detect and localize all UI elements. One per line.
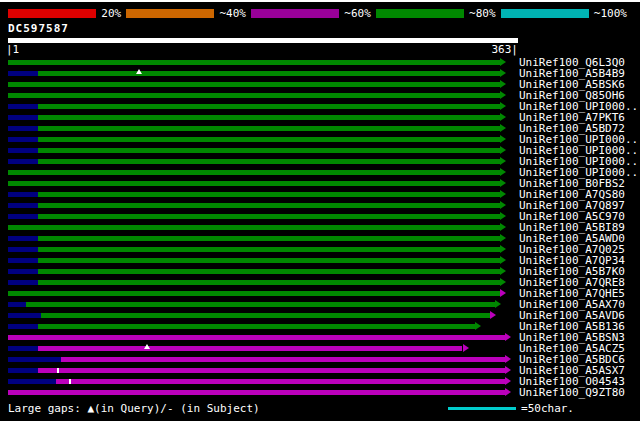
- alignment-segment-navy: [8, 313, 41, 318]
- alignment-segment-navy: [8, 247, 38, 252]
- alignment-segment-navy: [8, 126, 38, 131]
- alignment-segment-green: [38, 203, 501, 208]
- alignment-bar[interactable]: [8, 376, 513, 387]
- gap-tick: [69, 379, 71, 384]
- alignment-segment-green: [38, 214, 501, 219]
- alignment-bar[interactable]: [8, 354, 513, 365]
- alignment-bar[interactable]: [8, 288, 513, 299]
- alignment-bar[interactable]: [8, 277, 513, 288]
- alignment-segment-magenta: [8, 335, 505, 340]
- alignment-segment-navy: [8, 104, 38, 109]
- alignment-bar[interactable]: [8, 255, 513, 266]
- alignment-arrowhead: [500, 168, 506, 176]
- alignment-bar[interactable]: [8, 134, 513, 145]
- alignment-segment-magenta: [38, 368, 506, 373]
- alignment-arrowhead: [500, 58, 506, 66]
- scale-label: ~60%: [339, 8, 376, 19]
- alignment-segment-green: [38, 104, 501, 109]
- alignment-bar[interactable]: [8, 233, 513, 244]
- gap-tick: [57, 368, 59, 373]
- scale-label: ~80%: [464, 8, 501, 19]
- alignment-segment-navy: [8, 280, 38, 285]
- alignment-segment-green: [38, 126, 501, 131]
- alignment-bar[interactable]: [8, 156, 513, 167]
- alignment-bar[interactable]: [8, 68, 513, 79]
- alignment-segment-navy: [8, 346, 38, 351]
- alignment-arrowhead: [505, 366, 511, 374]
- alignment-segment-green: [38, 71, 501, 76]
- large-gaps-legend: Large gaps: ▲(in Query)/- (in Subject): [8, 402, 260, 415]
- fifty-char-scale-label: =50char.: [521, 402, 574, 415]
- alignment-bar[interactable]: [8, 211, 513, 222]
- alignment-arrowhead: [500, 124, 506, 132]
- alignment-segment-navy: [8, 203, 38, 208]
- alignment-bar[interactable]: [8, 145, 513, 156]
- alignment-bar[interactable]: [8, 299, 513, 310]
- hit-label[interactable]: UniRef100_Q9ZT80: [519, 387, 625, 398]
- alignment-segment-green: [8, 225, 500, 230]
- alignment-segment-green: [26, 302, 496, 307]
- alignment-segment-navy: [8, 214, 38, 219]
- scale-label: 20%: [96, 8, 126, 19]
- alignment-segment-green: [38, 258, 501, 263]
- alignment-bar[interactable]: [8, 343, 513, 354]
- alignment-segment-green: [38, 324, 475, 329]
- alignment-segment-green: [38, 269, 501, 274]
- alignment-arrowhead: [505, 333, 511, 341]
- alignment-arrowhead: [500, 212, 506, 220]
- alignment-segment-green: [38, 148, 501, 153]
- alignment-arrowhead: [500, 135, 506, 143]
- alignment-segment-green: [8, 181, 500, 186]
- alignment-segment-navy: [8, 357, 61, 362]
- alignment-bar[interactable]: [8, 332, 513, 343]
- alignment-arrowhead: [500, 157, 506, 165]
- alignment-bar[interactable]: [8, 222, 513, 233]
- alignment-bar[interactable]: [8, 321, 513, 332]
- alignment-arrowhead: [505, 377, 511, 385]
- alignment-segment-navy: [8, 236, 38, 241]
- alignment-arrowhead: [490, 311, 496, 319]
- fifty-char-scale-line: [448, 407, 516, 410]
- alignment-arrowhead: [500, 245, 506, 253]
- alignment-bar[interactable]: [8, 90, 513, 101]
- alignment-segment-magenta: [38, 346, 463, 351]
- alignment-segment-navy: [8, 192, 38, 197]
- footer-legend: Large gaps: ▲(in Query)/- (in Subject) =…: [8, 402, 632, 415]
- alignment-arrowhead: [500, 102, 506, 110]
- alignment-bar[interactable]: [8, 178, 513, 189]
- alignment-segment-navy: [8, 148, 38, 153]
- alignment-arrowhead: [463, 344, 469, 352]
- alignment-arrowhead: [495, 300, 501, 308]
- alignment-segment-green: [8, 93, 500, 98]
- alignment-segment-navy: [8, 324, 38, 329]
- alignment-arrowhead: [500, 278, 506, 286]
- alignment-bar[interactable]: [8, 244, 513, 255]
- alignment-bar[interactable]: [8, 365, 513, 376]
- top-divider: [0, 0, 640, 2]
- alignment-bar[interactable]: [8, 310, 513, 321]
- alignment-segment-green: [38, 247, 501, 252]
- axis-start-label: |1: [6, 43, 19, 56]
- alignment-arrowhead: [500, 267, 506, 275]
- alignment-arrowhead: [475, 322, 481, 330]
- alignment-bar[interactable]: [8, 387, 513, 398]
- alignment-segment-navy: [8, 379, 56, 384]
- alignment-arrowhead: [500, 234, 506, 242]
- alignment-arrowhead: [500, 113, 506, 121]
- alignment-segment-navy: [8, 159, 38, 164]
- alignment-segment-green: [38, 192, 501, 197]
- alignment-bar[interactable]: [8, 123, 513, 134]
- alignment-arrowhead: [500, 146, 506, 154]
- query-axis: |1 363|: [6, 43, 518, 56]
- alignment-bar[interactable]: [8, 167, 513, 178]
- alignment-segment-navy: [8, 302, 26, 307]
- alignment-bar[interactable]: [8, 266, 513, 277]
- alignment-bar[interactable]: [8, 200, 513, 211]
- alignment-bar[interactable]: [8, 189, 513, 200]
- alignment-bar[interactable]: [8, 101, 513, 112]
- alignment-bar[interactable]: [8, 79, 513, 90]
- alignment-bar[interactable]: [8, 57, 513, 68]
- alignment-arrowhead: [500, 91, 506, 99]
- alignment-bar[interactable]: [8, 112, 513, 123]
- alignment-segment-navy: [8, 258, 38, 263]
